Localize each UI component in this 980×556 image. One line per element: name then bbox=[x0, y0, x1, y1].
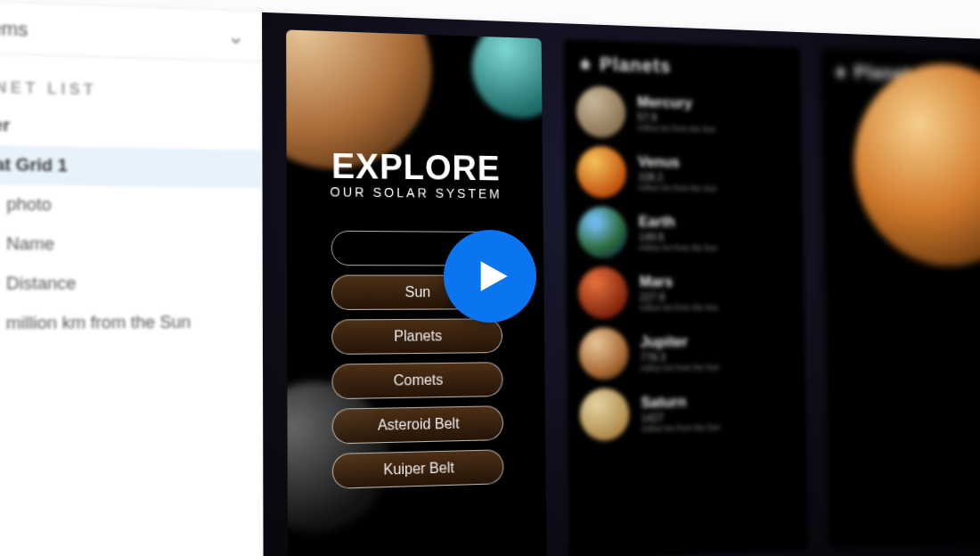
planet-row[interactable]: Jupiter778.3million km from the Sun bbox=[579, 326, 795, 380]
menu-comets[interactable]: Comets bbox=[331, 362, 502, 399]
menu-kuiper[interactable]: Kuiper Belt bbox=[332, 449, 504, 489]
planet-thumb bbox=[579, 388, 629, 442]
layers-panel: All Items PLANET LIST header Repeat Grid… bbox=[0, 0, 264, 556]
planet-unit: million km from the Sun bbox=[640, 303, 718, 312]
layer-distance[interactable]: T Distance bbox=[0, 264, 262, 304]
design-canvas[interactable]: EXPLORE OUR SOLAR SYSTEM Sun Planets Com… bbox=[262, 12, 980, 556]
play-button[interactable] bbox=[444, 230, 536, 323]
planet-text: Venus108.2million km from the Sun bbox=[638, 153, 716, 193]
layer-label: Name bbox=[6, 234, 54, 255]
hero-title: EXPLORE bbox=[287, 146, 543, 189]
dropdown-label: All Items bbox=[0, 16, 28, 41]
layer-label: photo bbox=[6, 194, 52, 215]
planet-thumb bbox=[577, 207, 627, 258]
planet-name: Saturn bbox=[641, 393, 719, 413]
planet-hero-image bbox=[853, 61, 980, 266]
home-icon[interactable] bbox=[835, 67, 846, 78]
menu-planets[interactable]: Planets bbox=[331, 318, 502, 355]
planet-text: Earth149.6million km from the Sun bbox=[639, 213, 717, 252]
chevron-down-icon bbox=[229, 30, 242, 44]
planet-distance: 778.3 bbox=[641, 350, 719, 364]
list-title: Planets bbox=[600, 53, 672, 78]
planet-unit: million km from the Sun bbox=[639, 243, 717, 252]
planet-name: Mercury bbox=[637, 94, 715, 113]
planet-name: Jupiter bbox=[641, 333, 719, 352]
planet-name: Earth bbox=[639, 213, 717, 231]
planet-row[interactable]: Earth149.6million km from the Sun bbox=[577, 207, 792, 259]
planet-thumb bbox=[579, 328, 629, 380]
artboard-planet-list[interactable]: Planets Mercury57.9million km from the S… bbox=[564, 39, 809, 556]
planet-distance: 227.9 bbox=[640, 290, 718, 303]
home-icon[interactable] bbox=[579, 59, 591, 70]
layer-label: Distance bbox=[6, 274, 76, 294]
planet-unit: million km from the Sun bbox=[638, 184, 716, 193]
layer-repeat-grid[interactable]: Repeat Grid 1 bbox=[0, 144, 261, 188]
planet-row[interactable]: Mars227.9million km from the Sun bbox=[578, 267, 793, 319]
layer-label: million km from the Sun bbox=[6, 313, 191, 334]
play-icon bbox=[475, 258, 510, 294]
planet-text: Jupiter778.3million km from the Sun bbox=[641, 333, 720, 373]
list-header: Planets bbox=[564, 39, 801, 88]
planet-distance: 149.6 bbox=[639, 231, 717, 243]
artboard-planet-detail[interactable]: Planets bbox=[821, 48, 980, 549]
layer-photo[interactable]: photo bbox=[0, 184, 262, 226]
planet-row[interactable]: Venus108.2million km from the Sun bbox=[576, 146, 791, 200]
planet-name: Venus bbox=[638, 153, 716, 172]
planet-distance: 108.2 bbox=[638, 171, 716, 184]
planet-thumb bbox=[576, 86, 626, 138]
planet-text: Mercury57.9million km from the Sun bbox=[637, 94, 715, 134]
planet-unit: million km from the Sun bbox=[641, 422, 720, 433]
planet-text: Mars227.9million km from the Sun bbox=[640, 274, 719, 313]
planet-thumb bbox=[578, 267, 628, 319]
section-label: PLANET LIST bbox=[0, 53, 261, 112]
planet-text: Saturn1427million km from the Sun bbox=[641, 393, 720, 434]
planet-row[interactable]: Mercury57.9million km from the Sun bbox=[576, 86, 790, 142]
planet-unit: million km from the Sun bbox=[637, 123, 715, 134]
layer-unit[interactable]: T million km from the Sun bbox=[0, 303, 262, 344]
planet-unit: million km from the Sun bbox=[641, 363, 719, 372]
planet-thumb bbox=[576, 146, 626, 198]
menu-asteroid[interactable]: Asteroid Belt bbox=[332, 405, 504, 444]
planet-row[interactable]: Saturn1427million km from the Sun bbox=[579, 386, 795, 442]
planet-name: Mars bbox=[640, 274, 718, 291]
layer-name[interactable]: T Name bbox=[0, 224, 262, 265]
layer-header[interactable]: header bbox=[0, 104, 261, 150]
